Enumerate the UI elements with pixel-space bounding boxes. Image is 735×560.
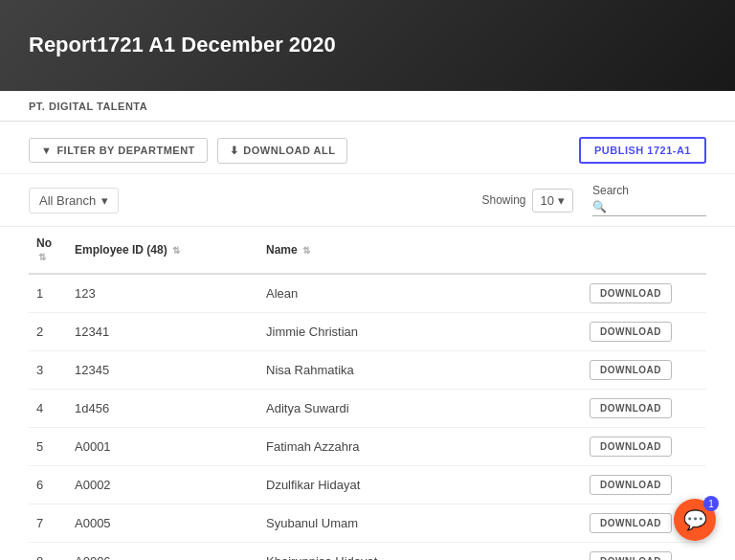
row-download-button[interactable]: DOWNLOAD bbox=[590, 551, 672, 560]
chat-bubble-button[interactable]: 💬 1 bbox=[674, 499, 716, 541]
filter-icon: ▼ bbox=[41, 145, 52, 156]
table-row: 6 A0002 Dzulfikar Hidayat DOWNLOAD bbox=[29, 466, 706, 504]
cell-no: 7 bbox=[29, 504, 67, 543]
cell-employee-id: 1d456 bbox=[67, 390, 258, 428]
table-body: 1 123 Alean DOWNLOAD 2 12341 Jimmie Chri… bbox=[29, 274, 706, 560]
table-row: 7 A0005 Syubanul Umam DOWNLOAD bbox=[29, 504, 706, 543]
cell-action: DOWNLOAD bbox=[582, 274, 706, 313]
data-table-wrapper: No ⇅ Employee ID (48) ⇅ Name ⇅ 1 123 Ale… bbox=[0, 227, 735, 560]
cell-action: DOWNLOAD bbox=[582, 351, 706, 390]
cell-name: Khairunnisa Hidayat bbox=[258, 543, 582, 561]
chevron-down-icon: ▾ bbox=[101, 193, 108, 208]
table-row: 8 A0006 Khairunnisa Hidayat DOWNLOAD bbox=[29, 543, 706, 561]
table-row: 5 A0001 Fatimah Azzahra DOWNLOAD bbox=[29, 428, 706, 466]
cell-employee-id: 12341 bbox=[67, 313, 258, 351]
showing-search-group: Showing 10 ▾ Search 🔍 bbox=[482, 184, 707, 216]
toolbar: ▼ FILTER BY DEPARTMENT ⬇ DOWNLOAD ALL PU… bbox=[0, 122, 735, 174]
search-input-wrapper: 🔍 bbox=[592, 199, 706, 216]
table-row: 2 12341 Jimmie Christian DOWNLOAD bbox=[29, 313, 706, 351]
cell-action: DOWNLOAD bbox=[582, 390, 706, 428]
table-row: 3 12345 Nisa Rahmatika DOWNLOAD bbox=[29, 351, 706, 390]
cell-no: 1 bbox=[29, 274, 67, 313]
toolbar-left: ▼ FILTER BY DEPARTMENT ⬇ DOWNLOAD ALL bbox=[29, 138, 347, 164]
cell-no: 5 bbox=[29, 428, 67, 466]
cell-name: Nisa Rahmatika bbox=[258, 351, 582, 390]
sort-icon-id: ⇅ bbox=[170, 245, 182, 256]
filter-label: FILTER BY DEPARTMENT bbox=[56, 145, 194, 156]
table-row: 1 123 Alean DOWNLOAD bbox=[29, 274, 706, 313]
cell-action: DOWNLOAD bbox=[582, 428, 706, 466]
branch-select[interactable]: All Branch ▾ bbox=[29, 188, 119, 213]
cell-employee-id: A0001 bbox=[67, 428, 258, 466]
cell-employee-id: A0005 bbox=[67, 504, 258, 543]
branch-label: All Branch bbox=[39, 193, 96, 208]
employee-table: No ⇅ Employee ID (48) ⇅ Name ⇅ 1 123 Ale… bbox=[29, 227, 706, 560]
search-label: Search bbox=[592, 184, 706, 197]
controls-row: All Branch ▾ Showing 10 ▾ Search 🔍 bbox=[0, 174, 735, 227]
page-title: Report1721 A1 December 2020 bbox=[29, 32, 336, 59]
cell-no: 6 bbox=[29, 466, 67, 504]
download-icon: ⬇ bbox=[230, 145, 239, 157]
cell-action: DOWNLOAD bbox=[582, 543, 706, 561]
cell-employee-id: A0002 bbox=[67, 466, 258, 504]
search-group: Search 🔍 bbox=[592, 184, 706, 216]
publish-label: PUBLISH 1721-A1 bbox=[594, 145, 691, 156]
cell-name: Aditya Suwardi bbox=[258, 390, 582, 428]
chevron-down-icon-show: ▾ bbox=[558, 193, 565, 208]
table-row: 4 1d456 Aditya Suwardi DOWNLOAD bbox=[29, 390, 706, 428]
row-download-button[interactable]: DOWNLOAD bbox=[590, 360, 672, 380]
sort-icon-name: ⇅ bbox=[301, 245, 312, 256]
cell-no: 4 bbox=[29, 390, 67, 428]
cell-name: Dzulfikar Hidayat bbox=[258, 466, 582, 504]
filter-by-department-button[interactable]: ▼ FILTER BY DEPARTMENT bbox=[29, 138, 208, 163]
download-all-button[interactable]: ⬇ DOWNLOAD ALL bbox=[217, 138, 348, 164]
cell-name: Jimmie Christian bbox=[258, 313, 582, 351]
search-icon: 🔍 bbox=[592, 200, 607, 213]
download-label: DOWNLOAD ALL bbox=[243, 145, 335, 156]
cell-action: DOWNLOAD bbox=[582, 466, 706, 504]
row-download-button[interactable]: DOWNLOAD bbox=[590, 513, 672, 533]
row-download-button[interactable]: DOWNLOAD bbox=[590, 322, 672, 342]
col-action bbox=[582, 227, 706, 274]
showing-select[interactable]: 10 ▾ bbox=[532, 189, 573, 213]
publish-button[interactable]: PUBLISH 1721-A1 bbox=[579, 137, 706, 164]
cell-action: DOWNLOAD bbox=[582, 313, 706, 351]
cell-no: 3 bbox=[29, 351, 67, 390]
showing-label: Showing bbox=[482, 193, 526, 207]
table-header-row: No ⇅ Employee ID (48) ⇅ Name ⇅ bbox=[29, 227, 706, 274]
cell-employee-id: 12345 bbox=[67, 351, 258, 390]
row-download-button[interactable]: DOWNLOAD bbox=[590, 283, 672, 303]
cell-name: Fatimah Azzahra bbox=[258, 428, 582, 466]
search-input[interactable] bbox=[611, 199, 706, 213]
row-download-button[interactable]: DOWNLOAD bbox=[590, 437, 672, 457]
cell-no: 8 bbox=[29, 543, 67, 561]
row-download-button[interactable]: DOWNLOAD bbox=[590, 475, 672, 495]
sub-header: PT. DIGITAL TALENTA bbox=[0, 91, 735, 122]
col-no: No ⇅ bbox=[29, 227, 67, 274]
cell-name: Syubanul Umam bbox=[258, 504, 582, 543]
cell-no: 2 bbox=[29, 313, 67, 351]
col-name: Name ⇅ bbox=[258, 227, 582, 274]
chat-icon: 💬 bbox=[683, 508, 707, 531]
page-header: Report1721 A1 December 2020 bbox=[0, 0, 735, 91]
sort-icon-no: ⇅ bbox=[36, 252, 48, 262]
company-name: PT. DIGITAL TALENTA bbox=[29, 101, 147, 112]
showing-value: 10 bbox=[541, 193, 554, 208]
cell-name: Alean bbox=[258, 274, 582, 313]
showing-group: Showing 10 ▾ bbox=[482, 189, 574, 213]
cell-employee-id: 123 bbox=[67, 274, 258, 313]
row-download-button[interactable]: DOWNLOAD bbox=[590, 398, 672, 418]
chat-badge: 1 bbox=[703, 496, 719, 511]
col-employee-id: Employee ID (48) ⇅ bbox=[67, 227, 258, 274]
cell-employee-id: A0006 bbox=[67, 543, 258, 561]
